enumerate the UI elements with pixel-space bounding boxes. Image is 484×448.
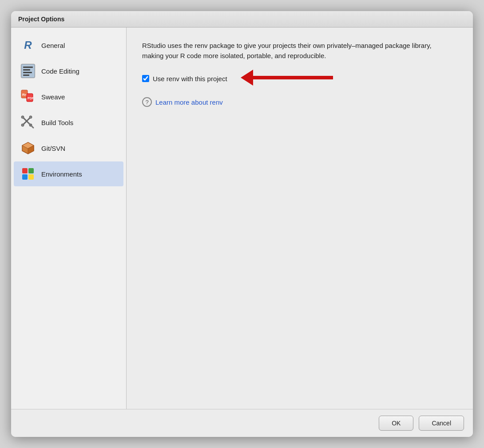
sidebar-item-general[interactable]: R General — [14, 33, 123, 58]
sidebar-item-code-editing[interactable]: Code Editing — [14, 59, 123, 83]
git-icon — [20, 140, 36, 156]
svg-point-8 — [21, 124, 24, 126]
sidebar-item-build-tools[interactable]: Build Tools — [14, 110, 123, 135]
sidebar-label-environments: Environments — [41, 170, 82, 178]
main-content: RStudio uses the renv package to give yo… — [127, 28, 473, 409]
sidebar-item-sweave[interactable]: Rnw PDF Sweave — [14, 84, 123, 109]
annotation-arrow — [241, 70, 333, 86]
arrow-head — [241, 70, 253, 86]
dialog-title: Project Options — [18, 16, 64, 23]
sweave-icon: Rnw PDF — [20, 89, 36, 105]
environments-icon — [20, 166, 36, 182]
sidebar-label-sweave: Sweave — [41, 93, 65, 101]
dialog-body: R General Code Editing — [11, 28, 473, 409]
svg-point-6 — [21, 116, 24, 118]
use-renv-row: Use renv with this project — [142, 75, 227, 83]
ok-button[interactable]: OK — [379, 416, 413, 431]
sidebar-item-environments[interactable]: Environments — [14, 161, 123, 186]
project-options-dialog: Project Options R General — [11, 11, 473, 437]
sidebar-label-build-tools: Build Tools — [41, 119, 73, 126]
learn-more-link[interactable]: Learn more about renv — [155, 98, 223, 106]
code-editing-icon — [20, 63, 36, 79]
svg-text:PDF: PDF — [28, 97, 34, 100]
arrow-line — [253, 76, 333, 79]
help-link-row: ? Learn more about renv — [142, 97, 457, 107]
use-renv-label[interactable]: Use renv with this project — [153, 75, 227, 83]
build-tools-icon — [20, 114, 36, 130]
sidebar-label-general: General — [41, 42, 65, 49]
sidebar-item-git-svn[interactable]: Git/SVN — [14, 136, 123, 161]
r-icon: R — [20, 37, 36, 53]
dialog-footer: OK Cancel — [11, 409, 473, 437]
help-circle-icon: ? — [142, 97, 152, 107]
use-renv-checkbox[interactable] — [142, 75, 149, 82]
sidebar-label-git-svn: Git/SVN — [41, 145, 65, 152]
cancel-button[interactable]: Cancel — [419, 416, 464, 431]
sidebar: R General Code Editing — [11, 28, 127, 409]
sidebar-label-code-editing: Code Editing — [41, 67, 79, 75]
description-text: RStudio uses the renv package to give yo… — [142, 41, 444, 61]
checkbox-with-arrow: Use renv with this project — [142, 70, 457, 86]
title-bar: Project Options — [11, 11, 473, 28]
svg-point-7 — [29, 116, 32, 118]
